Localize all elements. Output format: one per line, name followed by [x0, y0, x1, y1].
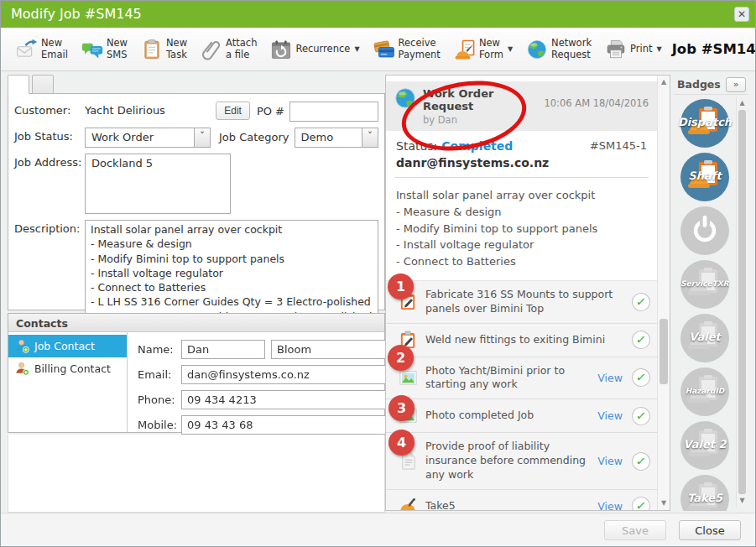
first-name-field[interactable]: [181, 340, 265, 359]
description-label: Description:: [14, 220, 85, 236]
work-order-scrollbar[interactable]: ▲ ▼: [657, 76, 670, 510]
checklist: Fabricate 316 SS Mounts to support panel…: [386, 280, 657, 510]
print-icon: [605, 39, 627, 60]
view-link[interactable]: View: [597, 372, 623, 384]
empty-panel: [8, 435, 385, 513]
badge-servicetxr[interactable]: ServiceTXR: [680, 260, 729, 309]
scroll-up-icon[interactable]: ▲: [737, 97, 748, 109]
checklist-item[interactable]: Photo Yacht/Bimini prior to starting any…: [386, 357, 657, 400]
toolbar-button-new-email[interactable]: NewEmail ▼: [13, 35, 71, 64]
recurrence-icon: [270, 39, 292, 60]
scroll-down-icon[interactable]: ▼: [737, 495, 748, 507]
work-order-email: danr@finsystems.co.nz: [386, 154, 657, 177]
completed-check-icon: ✓: [631, 367, 651, 388]
work-order-header: Work Order Request by Dan 10:06 AM 18/04…: [386, 81, 657, 131]
badges-scrollbar[interactable]: ▲ ▼: [736, 96, 748, 508]
description-line: - Install voltage regulator: [396, 237, 647, 253]
badge-valet[interactable]: Valet: [680, 314, 729, 362]
po-input[interactable]: [289, 102, 378, 122]
checklist-item[interactable]: Provide proof of liability insurance bef…: [386, 433, 657, 490]
work-order-panel: Work Order Request by Dan 10:06 AM 18/04…: [385, 75, 670, 511]
view-link[interactable]: View: [597, 409, 623, 422]
completed-check-icon: ✓: [631, 292, 651, 312]
badge-valet-2[interactable]: Valet 2: [680, 421, 729, 470]
badges-title: Badges: [677, 78, 721, 91]
view-link[interactable]: View: [597, 500, 623, 510]
job-category-select[interactable]: Demo ˇ: [295, 128, 378, 148]
annotation-number-badge: 4: [388, 430, 414, 456]
chevron-down-icon: ˇ: [194, 128, 210, 147]
tab-job-details[interactable]: [8, 75, 29, 94]
checklist-item[interactable]: Fabricate 316 SS Mounts to support panel…: [386, 280, 657, 324]
photo-icon: [399, 368, 418, 388]
chevron-down-icon: ▼: [354, 45, 359, 53]
collapse-panel-icon[interactable]: »: [726, 77, 746, 92]
customer-value: Yacht Delirious: [85, 102, 165, 117]
scrollbar-thumb[interactable]: [738, 110, 746, 494]
scroll-up-icon[interactable]: ▲: [658, 76, 670, 88]
email-label: Email:: [138, 368, 181, 381]
globe-avatar-icon: [394, 87, 416, 109]
take5-icon: [399, 497, 418, 510]
work-order-ref: #SM145-1: [590, 139, 647, 153]
toolbar-button-attach-a-file[interactable]: Attacha file ▼: [197, 35, 260, 64]
dialog-footer: Save Close: [1, 513, 755, 546]
contact-list-item-job-contact[interactable]: Job Contact: [8, 335, 127, 357]
checklist-item[interactable]: Photo completed Job View ✓: [386, 399, 657, 433]
attach-file-icon: [201, 39, 222, 60]
completed-check-icon: ✓: [631, 330, 651, 350]
checklist-item[interactable]: Weld new fittings to exiting Bimini ✓: [386, 324, 657, 357]
receive-payment-icon: [373, 39, 395, 60]
close-icon[interactable]: ✕: [734, 7, 749, 22]
annotation-number-badge: 3: [388, 395, 414, 421]
new-sms-icon: [81, 39, 103, 60]
description-line: - Connect to Batteries: [396, 253, 647, 270]
toolbar-button-network-request[interactable]: NetworkRequest ▼: [523, 35, 595, 64]
description-input[interactable]: Install solar panel array over cockpit -…: [85, 220, 378, 322]
checklist-item[interactable]: Take5 View ✓: [386, 490, 657, 510]
edit-customer-button[interactable]: Edit: [216, 102, 250, 120]
description-line: Install solar panel array over cockpit: [396, 187, 647, 204]
contact-list-item-billing-contact[interactable]: Billing Contact: [8, 357, 127, 380]
badge-hazardid[interactable]: HazardID: [680, 367, 729, 416]
job-category-label: Job Category: [211, 128, 289, 143]
toolbar-button-new-task[interactable]: NewTask ▼: [138, 35, 190, 64]
phone-label: Phone:: [138, 393, 181, 406]
toolbar-button-new-form[interactable]: NewForm ▼: [451, 35, 516, 64]
completed-check-icon: ✓: [631, 451, 651, 471]
toolbar-button-recurrence[interactable]: Recurrence ▼: [267, 36, 362, 63]
scrollbar-thumb[interactable]: [660, 319, 668, 384]
view-link[interactable]: View: [597, 455, 623, 467]
annotation-number-badge: 2: [388, 345, 414, 371]
mobile-label: Mobile:: [138, 419, 181, 431]
toolbar-button-print[interactable]: Print ▼: [602, 36, 665, 63]
badge-shaft[interactable]: Shaft: [680, 153, 729, 201]
job-address-input[interactable]: Dockland 5: [85, 154, 231, 214]
chevron-down-icon: ˇ: [362, 128, 378, 147]
badge-power[interactable]: [680, 206, 729, 255]
contacts-panel: Contacts Job Contact Billing Contact Nam…: [8, 313, 385, 433]
job-address-label: Job Address:: [14, 154, 85, 169]
job-status-select[interactable]: Work Order ˇ: [85, 128, 211, 148]
status-label: Status:: [396, 139, 437, 153]
new-form-icon: [454, 39, 476, 60]
badge-dispatch[interactable]: Dispatch: [680, 99, 729, 148]
title-bar: Modify Job #SM145 ✕: [1, 1, 755, 28]
work-order-title: Work Order Request: [423, 87, 537, 112]
scroll-down-icon[interactable]: ▼: [658, 498, 670, 509]
toolbar-button-receive-payment[interactable]: ReceivePayment ▼: [370, 35, 444, 64]
job-ref-label: Job #SM145: [672, 41, 756, 57]
annotation-number-badge: 1: [388, 274, 414, 300]
contacts-header: Contacts: [8, 314, 384, 332]
close-button[interactable]: Close: [679, 520, 741, 540]
new-task-icon: [141, 39, 163, 60]
description-line: - Measure & design: [396, 204, 647, 221]
badge-take5[interactable]: Take5: [680, 475, 729, 511]
job-contact-icon: [15, 339, 29, 353]
tab-quotes-invoicing[interactable]: [32, 75, 54, 94]
toolbar-button-new-sms[interactable]: NewSMS ▼: [78, 35, 131, 64]
po-label: PO #: [250, 102, 289, 117]
modify-job-dialog: { "window": { "title": "Modify Job #SM14…: [0, 0, 756, 547]
save-button[interactable]: Save: [604, 520, 666, 540]
toolbar: NewEmail ▼ NewSMS ▼ NewTask ▼ Attacha fi…: [1, 28, 755, 71]
